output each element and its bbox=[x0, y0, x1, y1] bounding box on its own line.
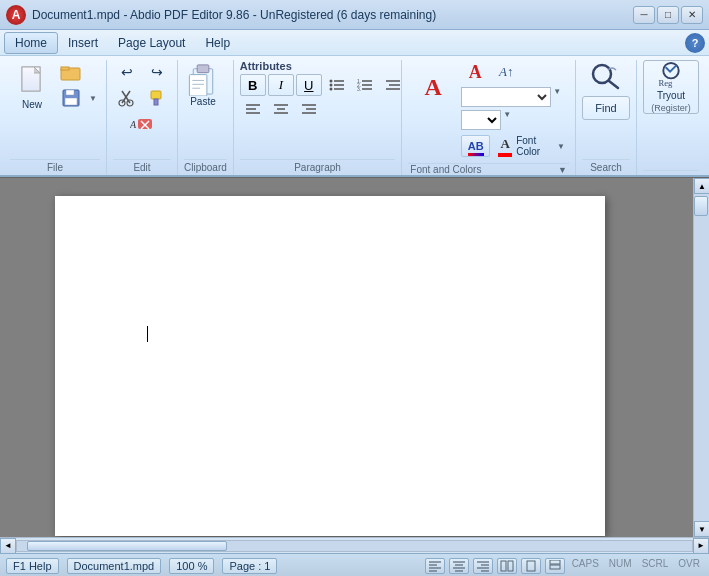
menu-insert[interactable]: Insert bbox=[58, 33, 108, 53]
font-color-a: A bbox=[500, 136, 509, 152]
font-colors-content: A A A↑ ▼ bbox=[408, 60, 569, 163]
align-center-button[interactable] bbox=[268, 98, 294, 120]
file-small-buttons: ▼ bbox=[57, 60, 100, 110]
find-replace-buttons: Find bbox=[582, 60, 630, 120]
help-status[interactable]: F1 Help bbox=[6, 558, 59, 574]
font-color-row: AB A Font Color ▼ bbox=[461, 133, 569, 159]
font-color-label: Font Color bbox=[516, 135, 555, 157]
bold-button[interactable]: B bbox=[240, 74, 266, 96]
small-a-icon: A bbox=[469, 63, 482, 81]
register-label: (Register) bbox=[651, 103, 691, 113]
close-button[interactable]: ✕ bbox=[681, 6, 703, 24]
find-button[interactable]: Find bbox=[582, 96, 630, 120]
font-color-swatch bbox=[498, 153, 512, 157]
svg-line-48 bbox=[609, 81, 618, 88]
status-align-center[interactable] bbox=[449, 558, 469, 574]
svg-text:3.: 3. bbox=[357, 86, 361, 92]
new-label: New bbox=[22, 99, 42, 110]
align-left-button[interactable] bbox=[240, 98, 266, 120]
search-group: Find Search bbox=[576, 60, 637, 175]
new-button[interactable]: New bbox=[10, 60, 54, 114]
scroll-down-button[interactable]: ▼ bbox=[694, 521, 709, 537]
svg-rect-65 bbox=[527, 561, 535, 571]
scroll-up-button[interactable]: ▲ bbox=[694, 178, 709, 194]
svg-text:A: A bbox=[130, 119, 137, 130]
new-icon bbox=[16, 65, 48, 97]
replace-color-button[interactable]: AB bbox=[461, 135, 490, 157]
save-button[interactable] bbox=[57, 86, 85, 110]
save-dropdown[interactable]: ▼ bbox=[86, 86, 100, 110]
svg-rect-18 bbox=[197, 65, 209, 73]
underline-button[interactable]: U bbox=[296, 74, 322, 96]
undo-button[interactable]: ↩ bbox=[113, 60, 141, 84]
status-align-right[interactable] bbox=[473, 558, 493, 574]
paste-label: Paste bbox=[190, 96, 216, 107]
status-icons: CAPS NUM SCRL OVR bbox=[425, 558, 703, 574]
paste-button[interactable]: Paste bbox=[184, 60, 222, 108]
undo-redo-row: ↩ ↪ bbox=[113, 60, 171, 84]
search-icon-large bbox=[584, 60, 628, 92]
document-page[interactable] bbox=[55, 196, 605, 536]
maximize-button[interactable]: □ bbox=[657, 6, 679, 24]
format-painter-button[interactable] bbox=[143, 86, 171, 110]
help-icon[interactable]: ? bbox=[685, 33, 705, 53]
search-content: Find bbox=[582, 60, 630, 159]
redo-button[interactable]: ↪ bbox=[143, 60, 171, 84]
edit-group-content: ↩ ↪ bbox=[113, 60, 171, 159]
font-size-row: ▼ bbox=[461, 110, 569, 130]
window-title: Document1.mpd - Abdio PDF Editor 9.86 - … bbox=[32, 8, 633, 22]
svg-text:Reg: Reg bbox=[658, 78, 673, 88]
register-group: Reg Tryout (Register) bbox=[637, 60, 705, 175]
app-icon: A bbox=[6, 5, 26, 25]
font-colors-expand[interactable]: ▼ bbox=[558, 165, 567, 175]
status-single-page[interactable] bbox=[521, 558, 541, 574]
text-cursor bbox=[147, 326, 148, 342]
svg-rect-64 bbox=[508, 561, 513, 571]
hscroll-right-button[interactable]: ► bbox=[693, 538, 709, 554]
svg-rect-67 bbox=[550, 565, 560, 569]
status-align-left[interactable] bbox=[425, 558, 445, 574]
hscroll-thumb[interactable] bbox=[27, 541, 227, 551]
menu-home[interactable]: Home bbox=[4, 32, 58, 54]
register-content: Reg Tryout (Register) bbox=[643, 60, 699, 170]
title-bar: A Document1.mpd - Abdio PDF Editor 9.86 … bbox=[0, 0, 709, 30]
italic-button[interactable]: I bbox=[268, 74, 294, 96]
status-continuous[interactable] bbox=[545, 558, 565, 574]
font-name-select[interactable] bbox=[461, 87, 551, 107]
svg-rect-3 bbox=[61, 67, 69, 70]
list-bullet-button[interactable] bbox=[324, 74, 350, 96]
open-button[interactable] bbox=[57, 60, 85, 84]
format-row: B I U bbox=[240, 74, 406, 96]
menu-page-layout[interactable]: Page Layout bbox=[108, 33, 195, 53]
menu-bar: Home Insert Page Layout Help ? bbox=[0, 30, 709, 56]
hscroll-track bbox=[16, 540, 693, 552]
paragraph-label: Paragraph bbox=[240, 159, 395, 175]
tryout-label: Tryout bbox=[657, 90, 685, 101]
status-page-view[interactable] bbox=[497, 558, 517, 574]
align-right-button[interactable] bbox=[296, 98, 322, 120]
file-group: New bbox=[4, 60, 107, 175]
menu-help[interactable]: Help bbox=[195, 33, 240, 53]
cut-button[interactable] bbox=[113, 86, 141, 110]
font-size-select[interactable] bbox=[461, 110, 501, 130]
svg-rect-19 bbox=[189, 75, 207, 96]
list-number-button[interactable]: 1. 2. 3. bbox=[352, 74, 378, 96]
ribbon: New bbox=[0, 56, 709, 177]
file-label: File bbox=[10, 159, 100, 175]
scroll-thumb[interactable] bbox=[694, 196, 708, 216]
page-status: Page : 1 bbox=[222, 558, 277, 574]
hscroll-left-button[interactable]: ◄ bbox=[0, 538, 16, 554]
attributes-label: Attributes bbox=[240, 60, 406, 72]
font-shrink-button[interactable]: A bbox=[461, 60, 489, 84]
svg-rect-6 bbox=[65, 98, 77, 105]
font-grow-button[interactable]: A↑ bbox=[492, 61, 520, 83]
minimize-button[interactable]: ─ bbox=[633, 6, 655, 24]
ab-icon-text: AB bbox=[468, 140, 484, 152]
font-color-button[interactable]: A Font Color ▼ bbox=[494, 133, 569, 159]
tryout-register-button[interactable]: Reg Tryout (Register) bbox=[643, 60, 699, 114]
clear-format-button[interactable]: A bbox=[113, 112, 169, 136]
font-color-dropdown-arrow: ▼ bbox=[557, 142, 565, 151]
font-large-button[interactable]: A bbox=[408, 60, 458, 114]
svg-point-28 bbox=[329, 88, 332, 91]
svg-point-27 bbox=[329, 84, 332, 87]
